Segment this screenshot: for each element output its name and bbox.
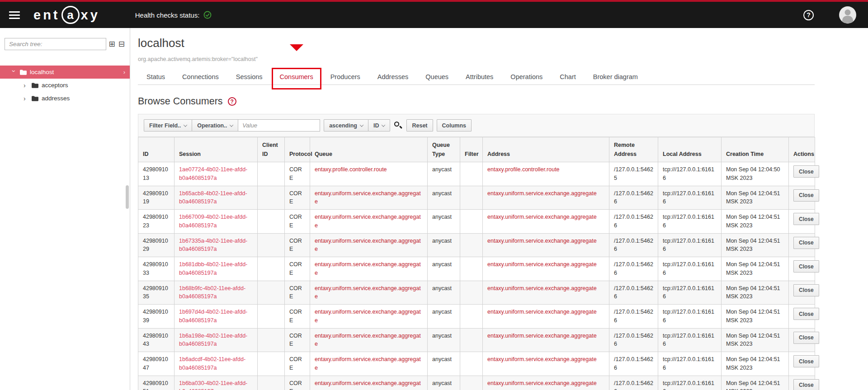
- address-link[interactable]: entaxy.profile.controller.route: [487, 166, 560, 173]
- chevron-expanded-icon[interactable]: ›: [10, 70, 18, 75]
- chevron-collapsed-icon[interactable]: ›: [24, 95, 28, 102]
- tab-producers[interactable]: Producers: [322, 69, 369, 85]
- col-client-id[interactable]: Client ID: [258, 137, 285, 162]
- col-filter[interactable]: Filter: [460, 137, 483, 162]
- address-link[interactable]: entaxy.uniform.service.exchange.aggregat…: [487, 380, 597, 386]
- queue-link[interactable]: entaxy.uniform.service.exchange.aggregat…: [315, 238, 421, 253]
- close-button[interactable]: Close: [793, 237, 819, 249]
- session-link[interactable]: 1b67335a-4b02-11ee-afdd-b0a46085197a: [179, 238, 247, 253]
- cell-queue-type: anycast: [428, 328, 460, 352]
- address-link[interactable]: entaxy.uniform.service.exchange.aggregat…: [487, 261, 597, 268]
- section-help-icon[interactable]: ?: [228, 97, 236, 106]
- close-button[interactable]: Close: [793, 165, 819, 178]
- close-button[interactable]: Close: [793, 189, 819, 202]
- col-queue[interactable]: Queue: [310, 137, 428, 162]
- tab-status[interactable]: Status: [138, 69, 174, 85]
- filter-field-dropdown[interactable]: Filter Field..: [144, 119, 192, 132]
- address-link[interactable]: entaxy.uniform.service.exchange.aggregat…: [487, 333, 597, 339]
- queue-link[interactable]: entaxy.uniform.service.exchange.aggregat…: [315, 356, 421, 371]
- col-local-address[interactable]: Local Address: [658, 137, 722, 162]
- session-link[interactable]: 1b6adcdf-4b02-11ee-afdd-b0a46085197a: [179, 356, 245, 371]
- expand-all-icon[interactable]: ⊞: [108, 40, 116, 48]
- search-tree-input[interactable]: [5, 38, 106, 50]
- operation-dropdown[interactable]: Operation..: [192, 119, 238, 132]
- session-link[interactable]: 1b681dbb-4b02-11ee-afdd-b0a46085197a: [179, 261, 247, 276]
- queue-link[interactable]: entaxy.profile.controller.route: [315, 166, 387, 173]
- col-queue-type[interactable]: Queue Type: [428, 137, 460, 162]
- queue-link[interactable]: entaxy.uniform.service.exchange.aggregat…: [315, 309, 421, 324]
- queue-link[interactable]: entaxy.uniform.service.exchange.aggregat…: [315, 285, 421, 300]
- app-header: entaxy Health checks status: ?: [0, 2, 868, 28]
- queue-link[interactable]: entaxy.uniform.service.exchange.aggregat…: [315, 214, 421, 229]
- tab-attributes[interactable]: Attributes: [457, 69, 502, 85]
- cell-id: 4298091023: [138, 210, 175, 234]
- collapse-all-icon[interactable]: ⊟: [118, 40, 125, 48]
- col-address[interactable]: Address: [483, 137, 609, 162]
- cell-address: entaxy.uniform.service.exchange.aggregat…: [483, 186, 609, 210]
- address-link[interactable]: entaxy.uniform.service.exchange.aggregat…: [487, 356, 597, 362]
- close-button[interactable]: Close: [793, 284, 819, 296]
- tab-broker-diagram[interactable]: Broker diagram: [585, 69, 646, 85]
- close-button[interactable]: Close: [793, 260, 819, 273]
- tab-consumers[interactable]: Consumers: [271, 69, 322, 85]
- queue-link[interactable]: entaxy.uniform.service.exchange.aggregat…: [315, 380, 421, 390]
- col-id[interactable]: ID: [138, 137, 175, 162]
- tab-connections[interactable]: Connections: [174, 69, 227, 85]
- cell-protocol: CORE: [285, 162, 310, 186]
- mbean-name: org.apache.activemq.artemis:broker="loca…: [138, 56, 868, 62]
- queue-link[interactable]: entaxy.uniform.service.exchange.aggregat…: [315, 261, 421, 276]
- tab-chart[interactable]: Chart: [551, 69, 584, 85]
- close-button[interactable]: Close: [793, 355, 819, 367]
- close-button[interactable]: Close: [793, 379, 819, 390]
- col-remote-address[interactable]: Remote Address: [609, 137, 658, 162]
- close-button[interactable]: Close: [793, 213, 819, 225]
- sort-by-dropdown[interactable]: ID: [368, 119, 391, 132]
- cell-filter: [460, 376, 483, 390]
- help-icon[interactable]: ?: [803, 10, 814, 20]
- tab-queues[interactable]: Queues: [417, 69, 457, 85]
- cell-creation-time: Mon Sep 04 12:04:51 MSK 2023: [722, 352, 789, 376]
- cell-queue-type: anycast: [428, 257, 460, 281]
- tree-node-acceptors[interactable]: › acceptors: [0, 79, 130, 92]
- queue-link[interactable]: entaxy.uniform.service.exchange.aggregat…: [315, 190, 421, 205]
- close-button[interactable]: Close: [793, 308, 819, 320]
- columns-button[interactable]: Columns: [437, 119, 472, 132]
- address-link[interactable]: entaxy.uniform.service.exchange.aggregat…: [487, 285, 597, 291]
- search-icon[interactable]: [394, 121, 403, 130]
- session-link[interactable]: 1b697d4d-4b02-11ee-afdd-b0a46085197a: [179, 309, 247, 324]
- address-link[interactable]: entaxy.uniform.service.exchange.aggregat…: [487, 309, 597, 315]
- cell-remote-address: /127.0.0.1:54626: [609, 233, 658, 257]
- session-link[interactable]: 1b667009-4b02-11ee-afdd-b0a46085197a: [179, 214, 247, 229]
- tab-addresses[interactable]: Addresses: [369, 69, 417, 85]
- cell-filter: [460, 210, 483, 234]
- tab-sessions[interactable]: Sessions: [227, 69, 271, 85]
- sidebar-scrollbar[interactable]: [126, 185, 129, 209]
- col-session[interactable]: Session: [175, 137, 258, 162]
- hamburger-menu-icon[interactable]: [9, 9, 20, 21]
- session-link[interactable]: 1b65acb8-4b02-11ee-afdd-b0a46085197a: [179, 190, 247, 205]
- address-link[interactable]: entaxy.uniform.service.exchange.aggregat…: [487, 190, 597, 197]
- queue-link[interactable]: entaxy.uniform.service.exchange.aggregat…: [315, 333, 421, 348]
- col-protocol[interactable]: Protocol: [285, 137, 310, 162]
- address-link[interactable]: entaxy.uniform.service.exchange.aggregat…: [487, 214, 597, 220]
- col-creation-time[interactable]: Creation Time: [722, 137, 789, 162]
- reset-button[interactable]: Reset: [406, 119, 433, 132]
- session-link[interactable]: 1ae07724-4b02-11ee-afdd-b0a46085197a: [179, 166, 247, 181]
- filter-value-input[interactable]: [238, 119, 320, 132]
- tree-node-localhost[interactable]: › localhost ›: [0, 66, 130, 79]
- tab-operations[interactable]: Operations: [502, 69, 551, 85]
- address-link[interactable]: entaxy.uniform.service.exchange.aggregat…: [487, 238, 597, 244]
- chevron-right-icon[interactable]: ›: [123, 69, 125, 75]
- tree-node-addresses[interactable]: › addresses: [0, 92, 130, 105]
- cell-session: 1b6a198e-4b02-11ee-afdd-b0a46085197a: [175, 328, 258, 352]
- chevron-collapsed-icon[interactable]: ›: [24, 82, 28, 89]
- session-link[interactable]: 1b6ba030-4b02-11ee-afdd-b0a46085197a: [179, 380, 247, 390]
- user-avatar[interactable]: [839, 6, 856, 23]
- close-button[interactable]: Close: [793, 332, 819, 344]
- cell-id: 4298091019: [138, 186, 175, 210]
- health-checks-status[interactable]: Health checks status:: [135, 11, 212, 19]
- cell-remote-address: /127.0.0.1:54626: [609, 210, 658, 234]
- session-link[interactable]: 1b6a198e-4b02-11ee-afdd-b0a46085197a: [179, 333, 247, 348]
- sort-order-dropdown[interactable]: ascending: [324, 119, 368, 132]
- session-link[interactable]: 1b68b9fc-4b02-11ee-afdd-b0a46085197a: [179, 285, 245, 300]
